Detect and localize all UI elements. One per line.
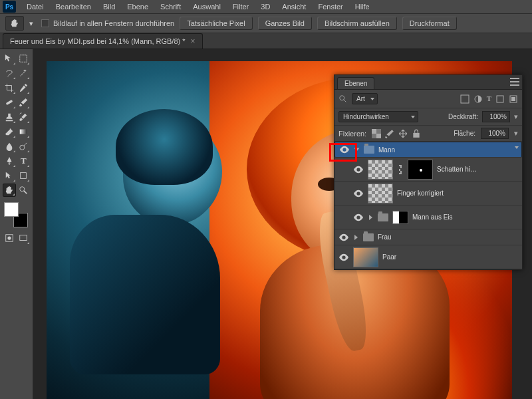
layers-tab[interactable]: Ebenen xyxy=(337,77,374,89)
expand-icon[interactable] xyxy=(369,215,372,220)
layer-thumbnail[interactable] xyxy=(368,184,393,203)
wand-tool[interactable] xyxy=(17,66,31,80)
visibility-toggle[interactable] xyxy=(353,164,364,175)
marquee-tool[interactable] xyxy=(17,52,31,65)
filter-adjust-icon[interactable] xyxy=(473,94,483,104)
layer-paar[interactable]: Paar xyxy=(334,245,522,269)
layer-name[interactable]: Paar xyxy=(382,253,396,261)
mask-thumbnail[interactable] xyxy=(408,160,433,180)
screenmode-toggle[interactable] xyxy=(17,231,31,245)
color-swatches[interactable] xyxy=(3,202,29,227)
menu-bild[interactable]: Bild xyxy=(98,1,120,12)
visibility-toggle[interactable] xyxy=(338,232,349,243)
svg-rect-0 xyxy=(20,55,27,63)
expand-icon[interactable] xyxy=(354,148,360,152)
eye-icon xyxy=(354,213,363,222)
foreground-color[interactable] xyxy=(4,202,19,217)
active-tool-indicator[interactable] xyxy=(5,16,24,31)
document-tab[interactable]: Feuer und Eis by MDI.psd bei 14,1% (Mann… xyxy=(3,33,203,49)
fill-screen-button[interactable]: Bildschirm ausfüllen xyxy=(317,17,397,30)
menu-datei[interactable]: Datei xyxy=(21,1,49,12)
move-tool[interactable] xyxy=(3,52,16,65)
eye-icon xyxy=(354,165,363,174)
visibility-toggle[interactable] xyxy=(353,212,364,223)
lock-transparency-icon[interactable] xyxy=(372,129,381,138)
blur-tool[interactable] xyxy=(3,140,16,153)
search-icon xyxy=(338,94,348,104)
history-brush-tool[interactable] xyxy=(17,110,31,124)
panel-tab-bar: Ebenen xyxy=(334,75,522,90)
filter-type-icon[interactable]: T xyxy=(487,94,491,104)
type-tool[interactable]: T xyxy=(17,154,31,168)
toolbox: T xyxy=(0,49,33,399)
visibility-toggle[interactable] xyxy=(353,188,364,199)
filter-smart-icon[interactable] xyxy=(509,94,518,104)
layer-group-frau[interactable]: Frau xyxy=(334,229,522,245)
close-icon[interactable]: × xyxy=(191,37,196,46)
fill-input[interactable]: 100% xyxy=(481,128,509,139)
filter-pixel-icon[interactable] xyxy=(460,94,469,104)
layer-group-mann[interactable]: Mann xyxy=(334,142,522,158)
layer-thumbnail[interactable] xyxy=(368,160,393,180)
layer-thumbnail[interactable] xyxy=(353,247,378,267)
menu-ansicht[interactable]: Ansicht xyxy=(277,1,311,12)
eyedropper-tool[interactable] xyxy=(17,81,31,94)
shape-tool[interactable] xyxy=(17,169,31,182)
lock-all-icon[interactable] xyxy=(412,129,421,138)
expand-icon[interactable] xyxy=(354,235,358,240)
lock-move-icon[interactable] xyxy=(398,129,408,138)
layer-name[interactable]: Schatten hi… xyxy=(437,166,477,173)
layer-name[interactable]: Finger korrigiert xyxy=(397,190,444,197)
svg-rect-14 xyxy=(511,97,515,101)
blend-opacity-row: Hindurchwirken Deckkraft: 100% ▾ xyxy=(334,108,522,126)
menu-filter[interactable]: Filter xyxy=(227,1,254,12)
link-icon xyxy=(397,165,404,174)
gradient-tool[interactable] xyxy=(17,125,31,138)
lasso-tool[interactable] xyxy=(3,66,16,80)
heal-tool[interactable] xyxy=(3,96,16,109)
scroll-all-checkbox[interactable]: Bildlauf in allen Fenstern durchführen xyxy=(41,19,174,27)
tool-preset-dropdown[interactable]: ▾ xyxy=(29,19,36,28)
menu-fenster[interactable]: Fenster xyxy=(313,1,348,12)
menu-hilfe[interactable]: Hilfe xyxy=(350,1,375,12)
layer-name[interactable]: Mann xyxy=(378,146,395,154)
eraser-tool[interactable] xyxy=(3,125,16,138)
quickmask-toggle[interactable] xyxy=(3,231,16,245)
path-tool[interactable] xyxy=(3,169,16,182)
menu-auswahl[interactable]: Auswahl xyxy=(188,1,226,12)
layer-schatten[interactable]: Schatten hi… xyxy=(334,158,522,182)
panel-menu-icon[interactable] xyxy=(510,78,519,86)
stamp-tool[interactable] xyxy=(3,110,16,124)
brush-tool[interactable] xyxy=(17,96,31,109)
layer-name[interactable]: Frau xyxy=(378,233,392,241)
menu-ebene[interactable]: Ebene xyxy=(122,1,154,12)
layers-list: Mann Schatten hi… Finger korrigiert Mann… xyxy=(334,142,522,269)
fill-dropdown-icon[interactable]: ▾ xyxy=(514,129,518,138)
actual-pixels-button[interactable]: Tatsächliche Pixel xyxy=(180,17,252,30)
svg-point-3 xyxy=(20,145,25,150)
hand-tool[interactable] xyxy=(3,184,16,197)
visibility-toggle[interactable] xyxy=(338,252,349,263)
menu-bearbeiten[interactable]: Bearbeiten xyxy=(51,1,96,12)
filter-type-select[interactable]: Art xyxy=(352,93,378,104)
opacity-dropdown-icon[interactable]: ▾ xyxy=(514,112,518,121)
svg-rect-1 xyxy=(5,100,13,105)
svg-rect-16 xyxy=(372,129,376,134)
print-size-button[interactable]: Druckformat xyxy=(402,17,457,30)
crop-tool[interactable] xyxy=(3,81,16,94)
mask-thumbnail[interactable] xyxy=(392,211,408,224)
visibility-toggle[interactable] xyxy=(339,144,350,155)
layer-finger[interactable]: Finger korrigiert xyxy=(334,182,522,205)
blend-mode-select[interactable]: Hindurchwirken xyxy=(338,111,418,122)
lock-paint-icon[interactable] xyxy=(385,129,394,138)
fit-screen-button[interactable]: Ganzes Bild xyxy=(258,17,312,30)
zoom-tool[interactable] xyxy=(17,184,30,197)
menu-3d[interactable]: 3D xyxy=(255,1,275,12)
filter-shape-icon[interactable] xyxy=(495,94,505,104)
pen-tool[interactable] xyxy=(3,154,16,168)
menu-schrift[interactable]: Schrift xyxy=(155,1,186,12)
dodge-tool[interactable] xyxy=(17,140,31,153)
layer-group-mann-eis[interactable]: Mann aus Eis xyxy=(334,205,522,229)
layer-name[interactable]: Mann aus Eis xyxy=(412,213,453,221)
opacity-input[interactable]: 100% xyxy=(482,111,510,122)
